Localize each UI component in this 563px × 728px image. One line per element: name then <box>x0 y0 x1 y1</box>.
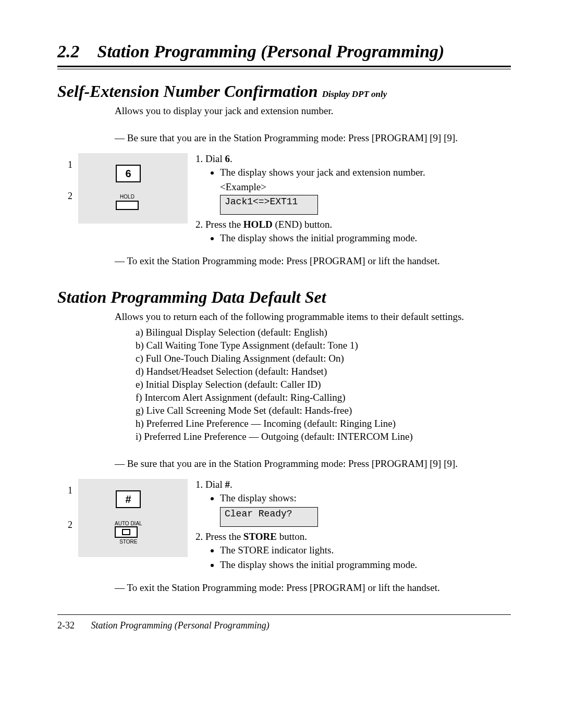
exit-note-2: — To exit the Station Programming mode: … <box>115 582 511 594</box>
diagram-step-num: 2 <box>68 191 72 202</box>
key-diagram-2: 1 2 # AUTO DIAL STORE <box>78 479 188 557</box>
step-bullet: The display shows the initial programmin… <box>220 232 511 244</box>
example-label: <Example> <box>220 181 511 193</box>
footer-title: Station Programming (Personal Programmin… <box>91 620 270 631</box>
section-header: 2.2 Station Programming (Personal Progra… <box>57 42 511 61</box>
default-item: a) Bilingual Display Selection (default:… <box>136 327 511 338</box>
precondition-1: — Be sure that you are in the Station Pr… <box>115 132 511 144</box>
default-item: i) Preferred Line Preference — Outgoing … <box>136 431 511 442</box>
subsection-heading-2: Station Programming Data Default Set <box>57 288 511 307</box>
diagram-step-num: 2 <box>68 520 72 530</box>
diagram-step-num: 1 <box>68 159 72 170</box>
hold-key-icon <box>116 201 139 210</box>
hold-key-label: HOLD <box>116 194 139 200</box>
default-item: b) Call Waiting Tone Type Assignment (de… <box>136 340 511 351</box>
section-number: 2.2 <box>57 42 80 61</box>
section-title: Station Programming (Personal Programmin… <box>97 42 445 61</box>
store-label: STORE <box>115 539 142 545</box>
step-item: Press the HOLD (END) button. The display… <box>205 219 511 244</box>
precondition-2: — Be sure that you are in the Station Pr… <box>115 458 511 470</box>
step-bullet: The display shows your jack and extensio… <box>220 167 511 178</box>
header-rule <box>57 66 511 69</box>
dial-key-icon: 6 <box>116 165 141 182</box>
step-item: Press the STORE button. The STORE indica… <box>205 531 511 571</box>
exit-note-1: — To exit the Station Programming mode: … <box>115 255 511 267</box>
store-key-icon <box>115 526 138 538</box>
intro-text-1: Allows you to display your jack and exte… <box>115 105 511 117</box>
subsection-note: Display DPT only <box>322 89 387 99</box>
default-item: e) Initial Display Selection (default: C… <box>136 379 511 390</box>
page-number: 2-32 <box>57 620 89 631</box>
steps-list-2: Dial #. The display shows: Clear Ready? … <box>194 479 511 574</box>
footer-rule <box>57 614 511 615</box>
autodial-label: AUTO DIAL <box>115 521 142 526</box>
default-item: g) Live Call Screening Mode Set (default… <box>136 405 511 416</box>
subsection-heading-1: Self-Extension Number Confirmation Displ… <box>57 82 511 101</box>
page-footer: 2-32 Station Programming (Personal Progr… <box>57 620 511 631</box>
key-diagram-1: 1 2 6 HOLD <box>78 153 188 224</box>
default-item: c) Full One-Touch Dialing Assignment (de… <box>136 353 511 364</box>
lcd-display-2: Clear Ready? <box>220 507 318 527</box>
default-item: h) Preferred Line Preference — Incoming … <box>136 418 511 429</box>
hash-key-icon: # <box>116 490 141 508</box>
step-item: Dial #. The display shows: Clear Ready? <box>205 479 511 527</box>
step-bullet: The display shows: <box>220 492 511 504</box>
default-item: d) Handset/Headset Selection (default: H… <box>136 366 511 377</box>
diagram-step-num: 1 <box>68 485 72 496</box>
default-item: f) Intercom Alert Assignment (default: R… <box>136 392 511 403</box>
step-item: Dial 6. The display shows your jack and … <box>205 153 511 215</box>
step-bullet: The display shows the initial programmin… <box>220 559 511 571</box>
intro-text-2: Allows you to return each of the followi… <box>115 311 511 323</box>
lcd-display-1: Jack1<=>EXT11 <box>220 195 318 215</box>
step-bullet: The STORE indicator lights. <box>220 545 511 556</box>
steps-list-1: Dial 6. The display shows your jack and … <box>194 153 511 247</box>
defaults-list: a) Bilingual Display Selection (default:… <box>136 327 511 442</box>
